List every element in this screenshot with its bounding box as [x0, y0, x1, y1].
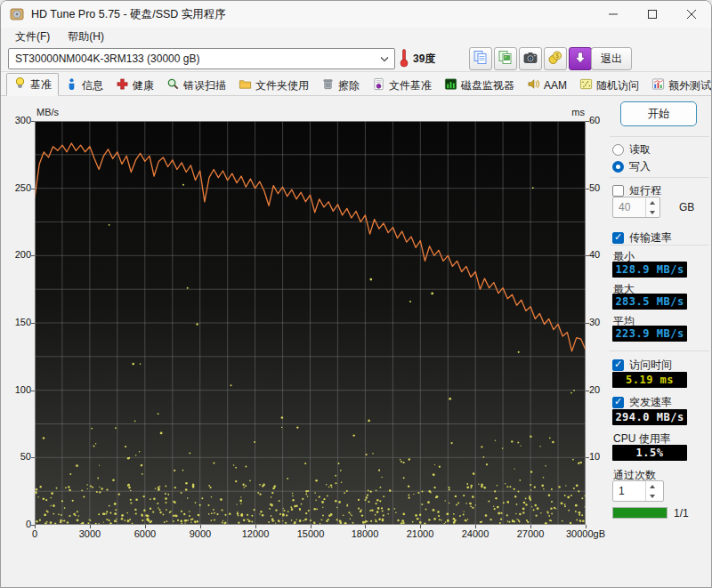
cpu-usage-value: 1.5%: [636, 447, 664, 459]
menu-bar: 文件(F)帮助(H): [1, 28, 711, 45]
left-axis-tick: [31, 391, 35, 391]
stepper-up-button[interactable]: [646, 197, 659, 207]
sidebar: 开始 读取 写入 短行程 GB: [610, 96, 712, 588]
maximize-button[interactable]: [633, 1, 672, 28]
tab-filebench[interactable]: 文件基准: [366, 76, 438, 95]
info-icon: [65, 77, 78, 93]
drive-select[interactable]: ST30000NM004K-3RM133 (30000 gB): [8, 48, 395, 69]
tab-label: 擦除: [338, 78, 360, 93]
tab-benchmark[interactable]: 基准: [6, 73, 59, 96]
x-axis-tick: [200, 525, 201, 528]
transfer-rate-checkbox[interactable]: 传输速率: [612, 230, 672, 246]
benchmark-icon: [13, 77, 27, 93]
burst-rate-value: 294.0 MB/s: [615, 411, 684, 423]
folder-icon: [239, 77, 252, 93]
avg-value-display: 223.9 MB/s: [612, 326, 687, 342]
left-axis-tick: [31, 457, 35, 458]
save-icon: $: [547, 50, 563, 68]
left-axis-tick-label: 100: [1, 384, 31, 395]
exit-button[interactable]: 退出: [591, 47, 632, 70]
screenshot-button[interactable]: [519, 47, 542, 70]
x-axis-tick: [90, 525, 91, 528]
tab-label: 健康: [133, 78, 154, 93]
start-button[interactable]: 开始: [620, 101, 697, 126]
x-axis-tick-label: 12000: [229, 528, 282, 539]
access-time-checkbox-box[interactable]: [612, 359, 624, 371]
write-radio-circle[interactable]: [612, 161, 624, 173]
max-value-display: 283.5 MB/s: [612, 294, 687, 310]
tab-aam[interactable]: AAM: [521, 76, 573, 95]
copy-text-button[interactable]: [469, 47, 492, 70]
min-value: 128.9 MB/s: [615, 263, 684, 276]
burst-rate-label: 突发速率: [629, 395, 672, 410]
tab-label: 磁盘监视器: [461, 78, 514, 93]
maximize-icon: [648, 10, 657, 19]
tab-info[interactable]: 信息: [59, 76, 109, 95]
pass-count-stepper[interactable]: [612, 480, 664, 502]
download-button[interactable]: [569, 47, 592, 70]
tab-random[interactable]: 随机访问: [573, 76, 645, 95]
left-axis-tick: [31, 323, 35, 324]
transfer-rate-checkbox-box[interactable]: [612, 232, 624, 244]
x-axis-tick: [365, 525, 366, 528]
x-axis-tick: [311, 525, 312, 528]
tab-label: 随机访问: [596, 78, 639, 93]
left-axis-tick-label: 150: [1, 317, 31, 327]
menu-item-help[interactable]: 帮助(H): [59, 28, 113, 46]
write-radio[interactable]: 写入: [612, 159, 651, 174]
right-axis-tick: [586, 255, 589, 256]
short-stroke-checkbox-box[interactable]: [612, 185, 624, 197]
tab-health[interactable]: 健康: [109, 76, 160, 95]
copy-image-button[interactable]: [494, 47, 517, 70]
scan-icon: [166, 77, 180, 93]
copy-text-icon: [473, 50, 489, 68]
save-button[interactable]: $: [544, 47, 567, 70]
read-radio-circle[interactable]: [612, 144, 624, 156]
chevron-down-icon: [380, 56, 389, 63]
stepper-down-button[interactable]: [646, 491, 659, 501]
left-axis-tick: [31, 255, 35, 256]
tab-erase[interactable]: 擦除: [315, 76, 366, 95]
app-window: HD Tune Pro 5.75 - 硬盘/SSD 实用程序 文件(F)帮助(H…: [0, 0, 712, 588]
left-axis-tick: [31, 121, 35, 122]
short-stroke-size-input[interactable]: [613, 197, 645, 217]
short-stroke-size-stepper[interactable]: [612, 197, 660, 218]
tab-folder[interactable]: 文件夹使用: [232, 76, 315, 95]
cpu-usage-display: 1.5%: [612, 445, 687, 461]
x-axis-tick-label: 21000: [393, 528, 447, 539]
filebench-icon: [372, 77, 385, 93]
burst-rate-checkbox[interactable]: 突发速率: [612, 395, 672, 410]
tab-label: 文件夹使用: [255, 78, 309, 93]
left-axis-tick-label: 200: [1, 249, 31, 260]
read-radio[interactable]: 读取: [612, 142, 651, 157]
burst-rate-checkbox-box[interactable]: [612, 397, 624, 408]
x-axis-tick-label: 0: [8, 528, 61, 539]
tab-scan[interactable]: 错误扫描: [160, 76, 232, 95]
write-radio-label: 写入: [629, 159, 651, 174]
tab-monitor[interactable]: 磁盘监视器: [438, 76, 521, 95]
left-axis-tick-label: 250: [1, 182, 31, 193]
tab-extra[interactable]: 额外测试: [645, 76, 712, 95]
x-axis-tick-label: 3000: [63, 528, 117, 539]
menu-item-file[interactable]: 文件(F): [6, 28, 59, 46]
left-axis-tick: [31, 189, 35, 189]
minimize-button[interactable]: [594, 1, 633, 28]
progress-bar-fill: [613, 508, 667, 518]
drive-select-value: ST30000NM004K-3RM133 (30000 gB): [15, 52, 199, 65]
transfer-rate-label: 传输速率: [629, 230, 672, 246]
x-axis-tick-label: 24000: [449, 528, 502, 539]
stepper-up-button[interactable]: [646, 481, 659, 491]
health-icon: [116, 77, 129, 93]
x-axis-tick-label: 6000: [118, 528, 172, 539]
x-axis-tick-label: 15000: [284, 528, 337, 539]
extra-icon: [651, 77, 665, 93]
separator: [610, 245, 709, 246]
grid-lines: [35, 121, 586, 525]
stepper-down-button[interactable]: [646, 207, 659, 217]
pass-count-input[interactable]: [613, 481, 645, 501]
close-button[interactable]: [672, 1, 711, 28]
x-axis-tick: [530, 525, 531, 528]
access-time-checkbox[interactable]: 访问时间: [612, 358, 672, 373]
monitor-icon: [444, 77, 457, 93]
benchmark-chart: [35, 121, 586, 525]
